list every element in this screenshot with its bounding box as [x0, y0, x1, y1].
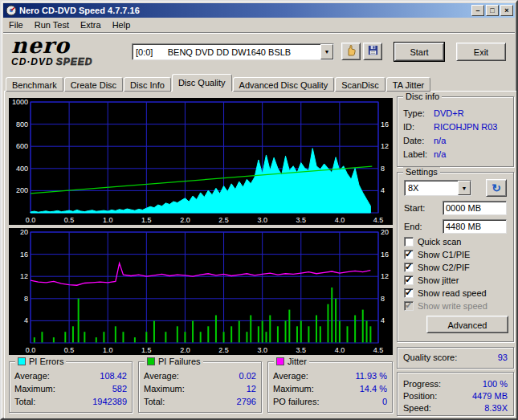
svg-text:4.0: 4.0	[335, 216, 345, 224]
tab-benchmark[interactable]: Benchmark	[6, 77, 63, 92]
jitter-panel: Jitter Average:11.93 % Maximum:14.4 % PO…	[267, 361, 393, 413]
exit-button[interactable]: Exit	[456, 43, 506, 61]
progress-value: 100 %	[483, 379, 508, 389]
stat-value: 108.42	[100, 371, 127, 381]
minimize-button[interactable]: –	[471, 5, 484, 16]
stat-label: Total:	[144, 397, 165, 406]
drive-select[interactable]: [0:0] BENQ DVD DD DW1640 BSLB ▼	[132, 43, 334, 60]
nero-logo-text: nero	[11, 35, 132, 56]
advanced-button[interactable]: Advanced	[426, 316, 508, 333]
end-position-input[interactable]: 4480 MB	[443, 219, 507, 234]
stat-value: 0.02	[239, 371, 256, 381]
stat-value: 12	[247, 384, 256, 393]
checkbox-show-write-speed: Show write speed	[398, 300, 513, 312]
svg-text:1.5: 1.5	[141, 216, 152, 224]
stat-label: Maximum:	[144, 384, 185, 393]
checkbox-icon	[404, 301, 414, 311]
svg-text:4.0: 4.0	[335, 346, 345, 354]
window-controls: – □ ×	[471, 5, 513, 16]
menu-help[interactable]: Help	[107, 18, 137, 31]
quality-score-panel: Quality score:93	[397, 347, 514, 369]
pi-failures-legend-icon	[147, 357, 155, 365]
checkbox-show-c2-pif[interactable]: Show C2/PIF	[398, 261, 513, 274]
tab-scandisc[interactable]: ScanDisc	[335, 77, 385, 92]
checkbox-show-c1-pie[interactable]: Show C1/PIE	[398, 248, 513, 261]
menu-run-test[interactable]: Run Test	[29, 18, 75, 31]
nero-logo: nero CD·DVDSPEED	[11, 35, 132, 67]
svg-text:16: 16	[381, 120, 389, 128]
svg-text:3.5: 3.5	[296, 216, 307, 224]
svg-text:4: 4	[381, 186, 385, 194]
tab-advanced-disc-quality[interactable]: Advanced Disc Quality	[233, 77, 335, 92]
svg-text:2.5: 2.5	[218, 346, 229, 354]
svg-text:16: 16	[20, 251, 28, 259]
menu-extra[interactable]: Extra	[75, 18, 107, 31]
progress-panel: Progress:100 % Position:4479 MB Speed:8.…	[397, 372, 514, 416]
close-button[interactable]: ×	[500, 5, 513, 16]
stat-value: 2796	[237, 397, 256, 406]
chevron-down-icon[interactable]: ▼	[320, 44, 333, 59]
drive-select-value: [0:0] BENQ DVD DD DW1640 BSLB	[133, 47, 320, 57]
checkbox-show-jitter[interactable]: Show jitter	[398, 274, 513, 287]
svg-text:20: 20	[381, 228, 389, 236]
cddvd-speed-logo-text: CD·DVDSPEED	[11, 57, 132, 67]
svg-text:0.0: 0.0	[26, 346, 36, 354]
speed-value: 8.39X	[484, 403, 508, 413]
start-button[interactable]: Start	[394, 43, 444, 61]
disc-info-title: Disc info	[403, 92, 442, 101]
svg-text:0.5: 0.5	[64, 346, 75, 354]
svg-text:8: 8	[24, 295, 28, 303]
disc-id-value: RICOHJPN R03	[434, 122, 497, 132]
disc-date-value: n/a	[434, 136, 446, 145]
tab-disc-info[interactable]: Disc Info	[124, 77, 171, 92]
menu-file[interactable]: File	[3, 18, 29, 31]
svg-text:2.0: 2.0	[180, 346, 190, 354]
svg-text:3.0: 3.0	[257, 216, 267, 224]
stat-label: PO failures:	[273, 397, 319, 406]
title-bar[interactable]: Nero CD-DVD Speed 4.7.7.16 – □ ×	[3, 3, 515, 18]
svg-text:1.0: 1.0	[103, 216, 113, 224]
svg-text:16: 16	[381, 251, 389, 259]
scan-speed-value: 8X	[405, 183, 458, 193]
menu-bar: File Run Test Extra Help	[3, 18, 515, 33]
refresh-button[interactable]: ↻	[486, 179, 507, 197]
svg-text:8: 8	[381, 165, 385, 173]
checkbox-show-read-speed[interactable]: Show read speed	[398, 287, 513, 300]
stat-value: 14.4 %	[360, 384, 387, 393]
refresh-icon: ↻	[491, 182, 501, 194]
svg-text:4: 4	[381, 316, 385, 324]
checkbox-quick-scan[interactable]: Quick scan	[398, 235, 513, 248]
speed-label: Speed:	[403, 403, 431, 413]
tab-ta-jitter[interactable]: TA Jitter	[386, 77, 431, 92]
svg-text:1000: 1000	[12, 98, 28, 106]
tab-create-disc[interactable]: Create Disc	[64, 77, 123, 92]
scan-speed-select[interactable]: 8X ▼	[404, 180, 471, 196]
position-label: Position:	[403, 391, 437, 401]
pi-errors-chart: 20040060080010004812160.00.51.01.52.02.5…	[9, 98, 393, 225]
stat-label: Average:	[14, 371, 50, 381]
chevron-down-icon[interactable]: ▼	[458, 181, 471, 195]
disc-info-panel: Disc info Type:DVD+R ID:RICOHJPN R03 Dat…	[397, 96, 514, 167]
disc-label-label: Label:	[403, 149, 434, 159]
pi-errors-panel-title: PI Errors	[29, 357, 63, 366]
start-position-input[interactable]: 0000 MB	[443, 201, 507, 215]
stat-label: Average:	[144, 371, 179, 381]
disc-date-label: Date:	[403, 136, 434, 145]
svg-text:200: 200	[16, 186, 28, 194]
save-results-button[interactable]	[363, 43, 382, 60]
maximize-button[interactable]: □	[486, 5, 499, 16]
svg-text:12: 12	[381, 272, 389, 280]
position-value: 4479 MB	[472, 391, 508, 401]
stat-label: Total:	[14, 397, 35, 406]
checkbox-icon	[404, 237, 414, 247]
tab-disc-quality[interactable]: Disc Quality	[172, 74, 232, 92]
app-icon	[6, 5, 17, 16]
checkbox-icon	[404, 250, 414, 259]
svg-text:3.0: 3.0	[257, 346, 267, 354]
pi-errors-panel: PI Errors Average:108.42 Maximum:582 Tot…	[9, 361, 133, 413]
disc-label-value: n/a	[434, 149, 446, 159]
hand-tool-button[interactable]	[341, 43, 361, 60]
jitter-legend-icon	[276, 357, 284, 365]
svg-text:4: 4	[24, 316, 28, 324]
svg-text:0.0: 0.0	[26, 216, 36, 224]
